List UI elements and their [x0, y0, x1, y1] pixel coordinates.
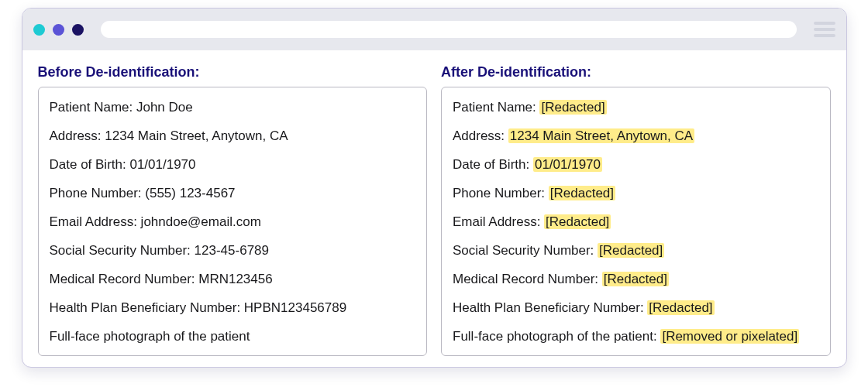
- window-dot-1-icon[interactable]: [33, 24, 45, 36]
- field-label: Full-face photograph of the patient: [50, 329, 250, 344]
- list-item: Patient Name: [Redacted]: [453, 94, 819, 122]
- list-item: Social Security Number: [Redacted]: [453, 237, 819, 265]
- list-item: Date of Birth: 01/01/1970: [453, 151, 819, 180]
- field-label: Health Plan Beneficiary Number:: [453, 300, 647, 315]
- hamburger-menu-icon[interactable]: [814, 22, 835, 37]
- field-value: (555) 123-4567: [145, 186, 235, 200]
- content-area: Before De-identification: Patient Name: …: [22, 50, 846, 368]
- list-item: Email Address: [Redacted]: [453, 208, 819, 237]
- field-label: Medical Record Number:: [50, 272, 199, 286]
- after-heading: After De-identification:: [441, 64, 831, 80]
- list-item: Social Security Number: 123-45-6789: [50, 237, 416, 265]
- field-value: 1234 Main Street, Anytown, CA: [105, 128, 288, 143]
- browser-window: Before De-identification: Patient Name: …: [22, 8, 847, 368]
- redacted-value: [Redacted]: [602, 272, 669, 286]
- list-item: Patient Name: John Doe: [50, 94, 416, 122]
- field-value: MRN123456: [198, 272, 272, 286]
- redacted-value: 1234 Main Street, Anytown, CA: [508, 128, 694, 143]
- before-column: Before De-identification: Patient Name: …: [38, 64, 428, 356]
- field-label: Email Address:: [50, 214, 141, 229]
- field-value: John Doe: [136, 100, 193, 115]
- list-item: Health Plan Beneficiary Number: HPBN1234…: [50, 294, 416, 323]
- titlebar: [22, 9, 846, 50]
- redacted-value: [Removed or pixelated]: [660, 329, 799, 344]
- list-item: Medical Record Number: [Redacted]: [453, 265, 819, 294]
- field-label: Phone Number:: [50, 186, 146, 200]
- list-item: Medical Record Number: MRN123456: [50, 265, 416, 294]
- list-item: Email Address: johndoe@email.com: [50, 208, 416, 237]
- field-label: Medical Record Number:: [453, 272, 602, 286]
- address-bar[interactable]: [101, 21, 797, 38]
- field-label: Social Security Number:: [50, 243, 195, 258]
- field-label: Full-face photograph of the patient:: [453, 329, 660, 344]
- field-label: Email Address:: [453, 214, 544, 229]
- field-label: Date of Birth:: [453, 157, 533, 172]
- redacted-value: [Redacted]: [539, 100, 606, 115]
- redacted-value: [Redacted]: [549, 186, 615, 200]
- list-item: Address: 1234 Main Street, Anytown, CA: [50, 122, 416, 151]
- field-label: Address:: [50, 128, 105, 143]
- field-value: johndoe@email.com: [141, 214, 261, 229]
- list-item: Address: 1234 Main Street, Anytown, CA: [453, 122, 819, 151]
- before-panel: Patient Name: John Doe Address: 1234 Mai…: [38, 87, 428, 356]
- redacted-value: [Redacted]: [544, 214, 611, 229]
- window-dots: [33, 24, 84, 36]
- field-value: 123-45-6789: [195, 243, 269, 258]
- window-dot-3-icon[interactable]: [72, 24, 84, 36]
- window-dot-2-icon[interactable]: [53, 24, 64, 36]
- list-item: Phone Number: (555) 123-4567: [50, 180, 416, 208]
- after-panel: Patient Name: [Redacted] Address: 1234 M…: [441, 87, 831, 356]
- field-value: 01/01/1970: [129, 157, 195, 172]
- list-item: Phone Number: [Redacted]: [453, 180, 819, 208]
- field-label: Social Security Number:: [453, 243, 598, 258]
- field-value: HPBN123456789: [244, 300, 346, 315]
- field-label: Date of Birth:: [50, 157, 130, 172]
- field-label: Patient Name:: [453, 100, 539, 115]
- list-item: Date of Birth: 01/01/1970: [50, 151, 416, 180]
- field-label: Health Plan Beneficiary Number:: [50, 300, 244, 315]
- before-heading: Before De-identification:: [38, 64, 428, 80]
- list-item: Full-face photograph of the patient: [50, 323, 416, 351]
- redacted-value: [Redacted]: [647, 300, 714, 315]
- list-item: Health Plan Beneficiary Number: [Redacte…: [453, 294, 819, 323]
- field-label: Address:: [453, 128, 508, 143]
- redacted-value: 01/01/1970: [533, 157, 602, 172]
- redacted-value: [Redacted]: [598, 243, 664, 258]
- after-column: After De-identification: Patient Name: […: [441, 64, 831, 356]
- list-item: Full-face photograph of the patient: [Re…: [453, 323, 819, 351]
- field-label: Patient Name:: [50, 100, 136, 115]
- field-label: Phone Number:: [453, 186, 549, 200]
